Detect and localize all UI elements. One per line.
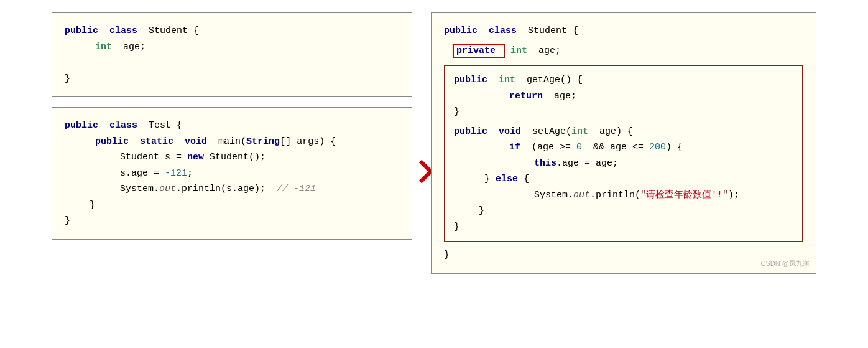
keyword-int: int <box>499 75 515 85</box>
code-line: public void setAge(int age) { <box>454 124 793 140</box>
string-literal: "请检查年龄数值!!" <box>640 190 728 200</box>
keyword-new: new <box>187 152 204 162</box>
code-line: Student s = new Student(); <box>65 149 399 166</box>
code-line <box>65 55 399 71</box>
keyword-class: class <box>489 26 517 36</box>
keyword-public: public <box>65 120 98 131</box>
left-panel: public class Student { int age; } public… <box>52 12 412 240</box>
comment: // -121 <box>277 184 316 194</box>
code-line: } <box>454 219 793 235</box>
code-line: return age; <box>454 88 793 105</box>
keyword-static: static <box>140 136 173 147</box>
code-line: System.out.println(s.age); // -121 <box>65 181 399 197</box>
keyword-public: public <box>444 26 478 36</box>
code-line: } <box>444 247 803 263</box>
code-line: this.age = age; <box>454 156 793 172</box>
keyword-this: this <box>534 158 556 169</box>
code-line: public class Test { <box>65 118 399 134</box>
method-box: public int getAge() { return age; } publ… <box>444 65 803 242</box>
number-value: -121 <box>165 168 187 179</box>
code-line: } <box>454 203 793 219</box>
keyword-void: void <box>185 136 207 147</box>
code-line: int age; <box>65 39 399 55</box>
watermark: CSDN @凤九寒 <box>761 258 810 270</box>
code-line: private int age; <box>453 43 803 59</box>
code-line: } <box>65 213 399 229</box>
keyword-class: class <box>109 120 137 131</box>
code-line: public static void main(String[] args) { <box>65 134 399 150</box>
code-line: } <box>454 104 793 120</box>
code-line: public class Student { <box>444 23 803 39</box>
code-line: s.age = -121; <box>65 166 399 182</box>
out-italic: out <box>159 184 176 194</box>
keyword-public: public <box>65 26 98 36</box>
test-class-box: public class Test { public static void m… <box>52 107 412 240</box>
keyword-class: class <box>109 26 137 36</box>
keyword-public: public <box>454 75 487 85</box>
keyword-private: private <box>456 45 496 56</box>
keyword-int: int <box>95 42 112 52</box>
number-200: 200 <box>649 142 666 153</box>
code-line: } else { <box>454 171 793 187</box>
keyword-int: int <box>510 45 527 56</box>
private-highlight: private <box>453 44 505 58</box>
right-panel: public class Student { private int age; … <box>431 12 816 274</box>
keyword-return: return <box>509 91 543 101</box>
out-italic: out <box>573 190 590 200</box>
number-0: 0 <box>576 142 582 153</box>
keyword-public: public <box>454 126 487 137</box>
code-line: } <box>65 71 399 87</box>
keyword-void: void <box>499 126 521 137</box>
code-line: public class Student { <box>65 23 399 39</box>
code-line: if (age >= 0 && age <= 200) { <box>454 139 793 156</box>
keyword-if: if <box>509 142 520 153</box>
keyword-string: String <box>246 136 280 147</box>
student-class-box: public class Student { int age; } <box>52 12 412 97</box>
keyword-else: else <box>496 174 518 184</box>
code-line: System.out.println("请检查年龄数值!!"); <box>454 187 793 204</box>
code-line: public int getAge() { <box>454 72 793 88</box>
keyword-public: public <box>95 136 129 147</box>
keyword-int: int <box>571 126 588 137</box>
code-line: } <box>65 197 399 214</box>
